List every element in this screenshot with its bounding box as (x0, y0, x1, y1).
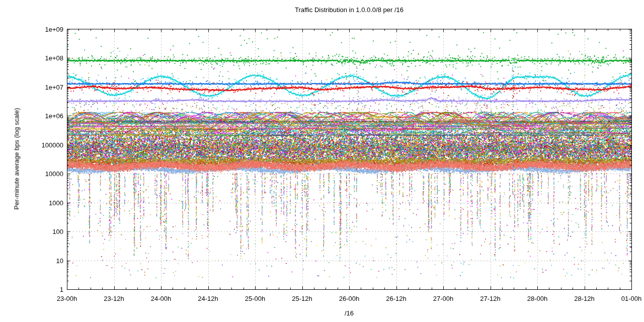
y-tick-label: 10000 (0, 170, 63, 178)
x-tick-label: 28-00h (518, 295, 556, 302)
x-tick-label: 23-00h (48, 295, 86, 302)
y-tick-label: 1 (0, 286, 63, 293)
x-tick-label: 27-12h (471, 295, 510, 302)
y-tick-label: 1e+06 (0, 112, 63, 120)
x-tick-label: 25-00h (236, 295, 274, 302)
y-tick-label: 1e+07 (0, 84, 63, 91)
y-tick-label: 100 (0, 228, 63, 235)
chart-title: Traffic Distribution in 1.0.0.0/8 per /1… (67, 6, 631, 14)
y-tick-label: 1e+09 (0, 26, 63, 33)
x-axis-label: /16 (67, 309, 631, 317)
x-tick-label: 23-12h (95, 295, 133, 302)
y-axis-label: Per-minute average bps (log scale) (13, 84, 21, 234)
x-tick-label: 26-12h (377, 295, 416, 302)
y-tick-label: 1e+08 (0, 54, 63, 62)
y-tick-label: 100000 (0, 141, 63, 149)
plot-area-canvas (0, 0, 644, 322)
x-tick-label: 24-00h (142, 295, 180, 302)
x-tick-label: 25-12h (283, 295, 321, 302)
traffic-distribution-chart: Traffic Distribution in 1.0.0.0/8 per /1… (0, 0, 644, 322)
y-tick-label: 1000 (0, 199, 63, 207)
x-tick-label: 26-00h (330, 295, 368, 302)
x-tick-label: 01-00h (612, 295, 644, 302)
x-tick-label: 28-12h (566, 295, 604, 302)
y-tick-label: 10 (0, 257, 63, 265)
x-tick-label: 27-00h (424, 295, 462, 302)
x-tick-label: 24-12h (189, 295, 227, 302)
